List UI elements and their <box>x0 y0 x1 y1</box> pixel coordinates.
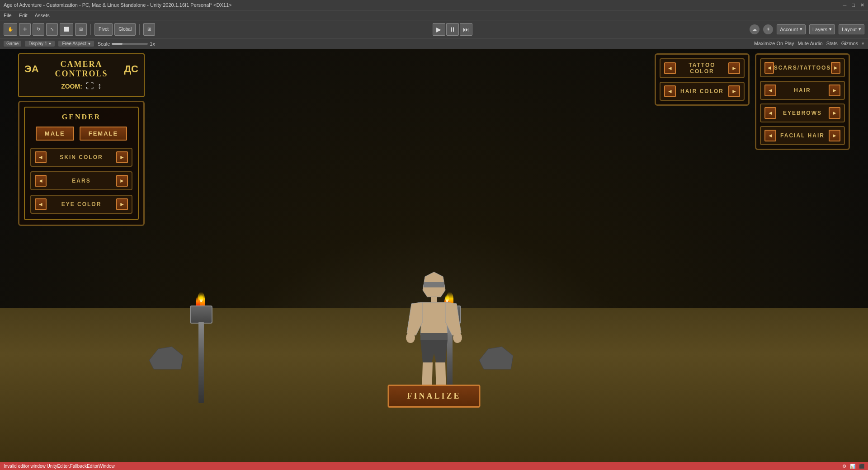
svg-rect-2 <box>431 297 437 302</box>
stats-btn[interactable]: Stats <box>826 41 838 47</box>
skin-color-prev[interactable]: ◄ <box>35 151 47 163</box>
eye-color-next[interactable]: ► <box>116 198 128 210</box>
game-right-controls: Maximize On Play Mute Audio Stats Gizmos… <box>754 41 864 47</box>
finalize-button[interactable]: FINALIZE <box>387 385 480 408</box>
rock-left <box>149 344 185 371</box>
facial-hair-next[interactable]: ► <box>829 130 840 141</box>
svg-point-10 <box>406 332 415 343</box>
gizmos-btn[interactable]: Gizmos <box>841 41 858 47</box>
facial-hair-row: ◄ FACIAL HAIR ► <box>760 126 845 145</box>
sun-icon: ☀ <box>763 24 773 34</box>
svg-marker-14 <box>149 347 183 369</box>
toolbar-right: ☁ ☀ Account ▾ Layers ▾ Layout ▾ <box>750 24 864 34</box>
scale-control: Scale 1x <box>98 41 155 47</box>
skin-color-row: ◄ SKIN COLOR ► <box>30 148 132 167</box>
eyebrows-prev[interactable]: ◄ <box>764 107 776 119</box>
rotate-tool[interactable]: ↻ <box>33 23 44 36</box>
torch-holder-left <box>190 306 212 324</box>
global-button[interactable]: Global <box>114 23 136 36</box>
scars-tattoos-next[interactable]: ► <box>831 62 840 74</box>
male-button[interactable]: MALE <box>36 127 74 141</box>
panel-inner: GENDER MALE FEMALE ◄ SKIN COLOR ► ◄ EARS… <box>24 107 139 220</box>
mute-audio[interactable]: Mute Audio <box>798 41 823 47</box>
eye-color-row: ◄ EYE COLOR ► <box>30 195 132 214</box>
scars-tattoos-prev[interactable]: ◄ <box>764 62 774 74</box>
transform-tool[interactable]: ⊞ <box>75 23 87 36</box>
ears-label: EARS <box>47 178 116 184</box>
step-button[interactable]: ⏭ <box>460 23 472 36</box>
scale-tool[interactable]: ⤡ <box>46 23 58 36</box>
account-dropdown[interactable]: Account ▾ <box>777 24 806 34</box>
status-icon-1: ⚙ <box>842 464 846 469</box>
eye-color-label: EYE COLOR <box>47 201 116 207</box>
scars-tattoos-label: SCARS/TATTOOS <box>774 65 831 71</box>
left-torch <box>190 283 212 403</box>
ears-row: ◄ EARS ► <box>30 171 132 190</box>
svg-marker-8 <box>407 302 423 335</box>
cloud-icon: ☁ <box>750 24 760 34</box>
ears-next[interactable]: ► <box>116 175 128 187</box>
viewport: ЭА CAMERA CONTROLS ДС ZOOM: ⛶ ↕ GENDER M… <box>0 49 868 462</box>
menu-file[interactable]: File <box>4 13 12 18</box>
rect-tool[interactable]: ⬜ <box>60 23 73 36</box>
tattoo-color-row: ◄ TATTOO COLOR ► <box>660 58 745 78</box>
facial-hair-prev[interactable]: ◄ <box>764 130 776 141</box>
move-tool[interactable]: ✛ <box>19 23 31 36</box>
maximize-btn[interactable]: □ <box>852 2 855 8</box>
camera-symbol-left: ЭА <box>24 63 39 75</box>
eye-color-prev[interactable]: ◄ <box>35 198 47 210</box>
menu-bar: File Edit Assets <box>0 10 868 20</box>
zoom-icon: ⛶ <box>86 81 94 91</box>
svg-marker-5 <box>420 340 448 362</box>
hair-color-next[interactable]: ► <box>728 85 740 97</box>
hair-color-prev[interactable]: ◄ <box>664 85 676 97</box>
snap-button[interactable]: ⊞ <box>143 23 155 36</box>
hair-prev[interactable]: ◄ <box>764 85 776 96</box>
scale-slider[interactable] <box>112 43 148 45</box>
zoom-arrow-icon: ↕ <box>98 81 102 91</box>
game-bar: Game Display 1 ▾ Free Aspect ▾ Scale 1x … <box>0 38 868 49</box>
center-left-panel: ◄ TATTOO COLOR ► ◄ HAIR COLOR ► <box>655 53 750 106</box>
eyebrows-next[interactable]: ► <box>829 107 840 119</box>
pause-button[interactable]: ⏸ <box>446 23 459 36</box>
ears-prev[interactable]: ◄ <box>35 175 47 187</box>
female-button[interactable]: FEMALE <box>80 127 127 141</box>
hair-row: ◄ HAIR ► <box>760 81 845 100</box>
tattoo-color-label: TATTOO COLOR <box>676 62 728 75</box>
pivot-button[interactable]: Pivot <box>94 23 113 36</box>
gender-title: GENDER <box>30 113 132 121</box>
eyebrows-row: ◄ EYEBROWS ► <box>760 103 845 122</box>
hand-tool[interactable]: ✋ <box>4 23 17 36</box>
play-controls: ▶ ⏸ ⏭ <box>157 23 748 36</box>
camera-symbol-right: ДС <box>124 63 138 75</box>
aspect-dropdown[interactable]: Free Aspect ▾ <box>58 41 94 47</box>
title-bar: Age of Adventure - Customization - PC, M… <box>0 0 868 10</box>
hair-color-row: ◄ HAIR COLOR ► <box>660 82 745 101</box>
torch-body-left <box>198 322 204 403</box>
hair-color-label: HAIR COLOR <box>676 88 728 94</box>
torch-fire-left <box>192 283 210 306</box>
menu-assets[interactable]: Assets <box>35 13 50 18</box>
layout-dropdown[interactable]: Layout ▾ <box>839 24 864 34</box>
minimize-btn[interactable]: ─ <box>843 2 847 8</box>
layers-dropdown[interactable]: Layers ▾ <box>809 24 835 34</box>
cl-panel-inner: ◄ TATTOO COLOR ► ◄ HAIR COLOR ► <box>655 53 750 106</box>
svg-point-11 <box>453 332 462 343</box>
tattoo-color-next[interactable]: ► <box>728 62 740 74</box>
status-icon-3: ⬛ <box>859 464 864 469</box>
status-icon-2: 📊 <box>850 464 855 469</box>
status-bar: Invalid editor window UnityEditor.Fallba… <box>0 462 868 470</box>
game-badge: Game <box>4 41 21 47</box>
hair-next[interactable]: ► <box>829 85 840 96</box>
separator <box>90 24 91 35</box>
close-btn[interactable]: ✕ <box>860 2 864 8</box>
play-button[interactable]: ▶ <box>433 23 445 36</box>
scars-tattoos-row: ◄ SCARS/TATTOOS ► <box>760 58 845 77</box>
tattoo-color-prev[interactable]: ◄ <box>664 62 676 74</box>
svg-marker-3 <box>420 302 448 335</box>
maximize-on-play[interactable]: Maximize On Play <box>754 41 794 47</box>
menu-edit[interactable]: Edit <box>19 13 28 18</box>
display-dropdown[interactable]: Display 1 ▾ <box>25 41 55 47</box>
facial-hair-label: FACIAL HAIR <box>776 132 829 139</box>
skin-color-next[interactable]: ► <box>116 151 128 163</box>
